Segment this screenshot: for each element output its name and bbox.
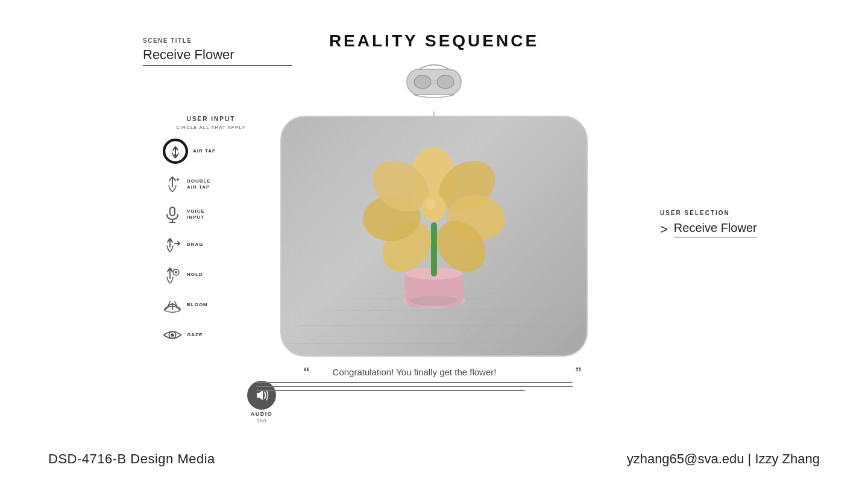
input-option-voice-label: VOICEINPUT <box>187 208 205 221</box>
scene-title-label: SCENE TITLE <box>143 37 192 44</box>
svg-point-2 <box>437 75 454 89</box>
svg-point-35 <box>175 271 177 274</box>
input-option-voice[interactable]: VOICEINPUT <box>163 205 259 224</box>
input-option-hold[interactable]: HOLD <box>163 265 259 284</box>
input-option-gaze-label: GAZE <box>187 332 203 338</box>
input-option-air-tap-label: AIR TAP <box>193 148 216 154</box>
input-option-double-air-tap[interactable]: DOUBLEAIR TAP <box>163 175 259 194</box>
input-option-bloom-label: BLOOM <box>187 302 208 308</box>
audio-label: AUDIO <box>251 411 273 417</box>
chevron-right-icon: > <box>660 222 668 237</box>
svg-point-30 <box>174 154 177 157</box>
input-option-drag-label: DRAG <box>187 242 204 248</box>
svg-point-28 <box>410 296 458 305</box>
svg-rect-3 <box>431 80 437 84</box>
circle-apply-label: CIRCLE ALL THAT APPLY <box>163 125 259 130</box>
dialogue-section: “ Congratulation! You finally get the fl… <box>250 365 579 391</box>
vr-headset-icon <box>401 57 467 105</box>
scene-title-value: Receive Flower <box>143 47 234 62</box>
scene-title-container: Receive Flower <box>143 47 292 66</box>
svg-rect-31 <box>170 207 175 216</box>
user-input-panel: USER INPUT CIRCLE ALL THAT APPLY AIR TAP <box>163 116 259 355</box>
footer-course: DSD-4716-B Design Media <box>48 451 215 467</box>
input-option-air-tap[interactable]: AIR TAP <box>163 139 259 164</box>
user-selection-panel: USER SELECTION > Receive Flower <box>660 210 781 237</box>
svg-point-39 <box>173 333 174 334</box>
main-viewport <box>280 116 588 357</box>
drag-icon <box>163 235 182 254</box>
double-air-tap-icon <box>163 175 182 194</box>
gaze-icon <box>163 325 182 345</box>
footer-author: yzhang65@sva.edu | Izzy Zhang <box>627 451 820 467</box>
quote-close: ” <box>575 365 582 380</box>
dialogue-line-2 <box>256 386 573 387</box>
voice-icon <box>163 205 182 224</box>
page-title: REALITY SEQUENCE <box>329 31 539 51</box>
user-selection-value: Receive Flower <box>674 221 757 237</box>
user-selection-label: USER SELECTION <box>660 210 781 216</box>
input-option-hold-label: HOLD <box>187 272 203 278</box>
dialogue-text: Congratulation! You finally get the flow… <box>268 365 561 377</box>
svg-rect-17 <box>431 222 437 277</box>
input-option-bloom[interactable]: BLOOM <box>163 295 259 314</box>
user-input-label: USER INPUT <box>163 116 259 122</box>
input-option-gaze[interactable]: GAZE <box>163 325 259 345</box>
dialogue-line-1 <box>256 382 573 383</box>
quote-open: “ <box>303 365 310 380</box>
audio-sublabel: 360 <box>257 418 266 424</box>
bloom-icon <box>163 295 182 314</box>
hold-icon <box>163 265 182 284</box>
dialogue-line-3 <box>256 390 525 391</box>
svg-point-1 <box>414 75 431 89</box>
input-option-double-air-tap-label: DOUBLEAIR TAP <box>187 178 211 191</box>
input-option-drag[interactable]: DRAG <box>163 235 259 254</box>
svg-point-27 <box>426 199 436 209</box>
air-tap-icon <box>163 139 188 164</box>
